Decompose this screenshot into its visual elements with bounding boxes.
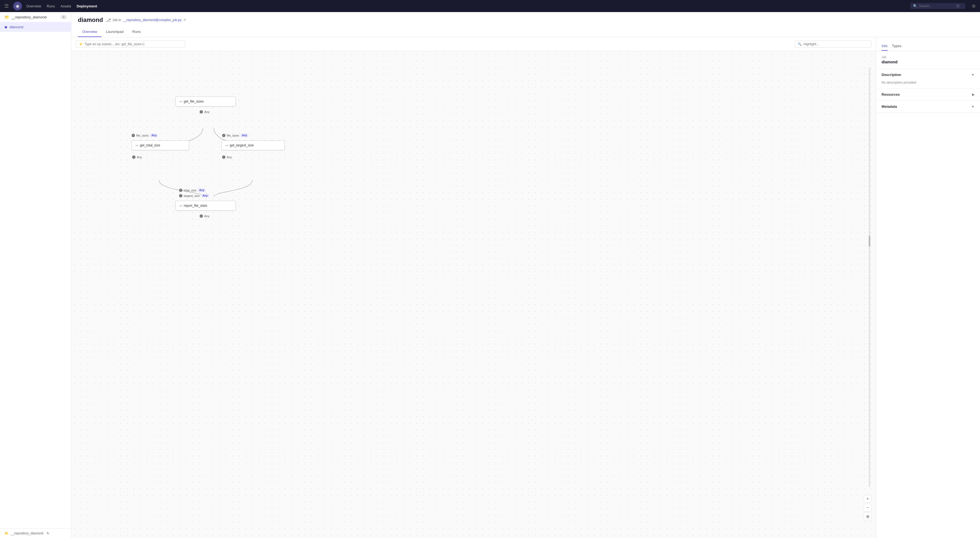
diamond-icon: ◆ xyxy=(5,25,7,29)
content-area: diamond ⎇ Job in __repository_diamond@co… xyxy=(71,12,980,538)
nav-deployment[interactable]: Deployment xyxy=(77,3,97,10)
sidebar-bottom-label: __repository_diamond xyxy=(11,532,43,535)
sidebar-item-repository-label: __repository_diamond xyxy=(11,15,47,19)
port-get-total-size-in: file_sizes Any xyxy=(132,134,158,137)
info-job-value: diamond xyxy=(881,60,975,64)
filter-icon: ⚡ xyxy=(79,42,83,46)
accordion-resources-label: Resources xyxy=(881,92,900,97)
scroll-track[interactable] xyxy=(869,68,870,487)
port-badge: Any xyxy=(150,134,158,137)
accordion-resources-header[interactable]: Resources ▶ xyxy=(876,89,980,100)
sidebar-item-repository-badge: 1 xyxy=(60,15,67,19)
top-nav: ☰ ◆ Overview Runs Assets Deployment 🔍 / … xyxy=(0,0,980,12)
port-label: Any xyxy=(137,156,142,159)
port-dot xyxy=(222,134,225,137)
op-icon: ↦ xyxy=(180,100,182,103)
tab-runs[interactable]: Runs xyxy=(128,27,145,37)
node-get-total-size[interactable]: ↦ get_total_size xyxy=(132,140,189,150)
node-get-largest-size[interactable]: ↦ get_largest_size xyxy=(221,140,285,150)
hamburger-icon[interactable]: ☰ xyxy=(5,3,9,9)
node-get-file-sizes[interactable]: ↦ get_file_sizes xyxy=(175,97,236,107)
highlight-filter[interactable]: 🔍 xyxy=(795,41,872,48)
port-get-total-size-out: Any xyxy=(132,156,142,159)
port-badge: Any xyxy=(240,134,248,137)
search-bar[interactable]: 🔍 / xyxy=(910,3,965,9)
chevron-down-icon-metadata: ▼ xyxy=(971,105,975,108)
zoom-center-button[interactable]: ⊕ xyxy=(864,513,872,520)
zoom-in-button[interactable]: + xyxy=(864,495,872,503)
port-label: largest_size xyxy=(184,194,200,197)
refresh-icon[interactable]: ↻ xyxy=(47,532,49,535)
port-report-file-stats-out: Any xyxy=(200,215,210,218)
accordion-description-header[interactable]: Description ▼ xyxy=(876,69,980,81)
job-info: ⎇ Job in __repository_diamond@complex_jo… xyxy=(106,18,186,23)
port-dot xyxy=(132,156,135,159)
nav-overview[interactable]: Overview xyxy=(26,3,41,10)
main-split: ⚡ 🔍 xyxy=(71,37,980,538)
sidebar: 📁 __repository_diamond 1 ◆ diamond 📁 __r… xyxy=(0,12,71,538)
port-report-total-size-in: total_size Any xyxy=(179,188,206,192)
port-dot xyxy=(179,194,182,197)
port-label: file_sizes xyxy=(227,134,239,137)
info-tab-info[interactable]: Info xyxy=(881,42,888,51)
port-badge: Any xyxy=(198,188,206,192)
description-text: No description provided xyxy=(881,81,916,84)
accordion-description-label: Description xyxy=(881,73,901,77)
node-label-get-file-sizes: get_file_sizes xyxy=(184,100,204,103)
port-dot xyxy=(132,134,135,137)
accordion-metadata-header[interactable]: Metadata ▼ xyxy=(876,100,980,112)
node-label-get-largest-size: get_largest_size xyxy=(230,143,254,147)
zoom-out-button[interactable]: − xyxy=(864,504,872,511)
port-dot xyxy=(222,156,225,159)
folder-icon-bottom: 📁 xyxy=(5,532,8,535)
highlight-input[interactable] xyxy=(803,42,869,46)
page-title-row: diamond ⎇ Job in __repository_diamond@co… xyxy=(78,16,974,24)
filter-bar: ⚡ 🔍 xyxy=(71,37,876,51)
info-job-section: Job diamond xyxy=(876,51,980,69)
tab-launchpad[interactable]: Launchpad xyxy=(102,27,128,37)
node-label-get-total-size: get_total_size xyxy=(140,143,160,147)
accordion-resources: Resources ▶ xyxy=(876,89,980,100)
settings-icon[interactable]: ⚙ xyxy=(972,3,975,9)
port-label: Any xyxy=(227,156,232,159)
main-layout: 📁 __repository_diamond 1 ◆ diamond 📁 __r… xyxy=(0,12,980,538)
accordion-description: Description ▼ No description provided xyxy=(876,69,980,89)
nav-links: Overview Runs Assets Deployment xyxy=(26,3,906,10)
chevron-down-icon: ▼ xyxy=(971,73,975,77)
job-text: Job in xyxy=(113,18,121,22)
port-label: Any xyxy=(204,110,210,113)
port-label: file_sizes xyxy=(136,134,149,137)
dag-connections xyxy=(71,51,876,536)
port-label: Any xyxy=(204,215,210,218)
info-tab-types[interactable]: Types xyxy=(892,42,902,51)
port-get-largest-size-out: Any xyxy=(222,156,232,159)
dag-canvas: ↦ get_file_sizes Any file_sizes Any xyxy=(71,51,876,536)
search-input[interactable] xyxy=(919,4,955,8)
sidebar-bottom[interactable]: 📁 __repository_diamond ↻ xyxy=(0,528,71,538)
sidebar-item-diamond-label: diamond xyxy=(10,25,23,29)
accordion-description-content: No description provided xyxy=(876,81,980,88)
op-subset-filter[interactable]: ⚡ xyxy=(76,41,185,48)
page-tabs: Overview Launchpad Runs xyxy=(78,27,974,37)
port-badge: Any xyxy=(201,194,209,197)
node-report-file-stats[interactable]: ↦ report_file_stats xyxy=(175,201,236,210)
scroll-thumb[interactable] xyxy=(869,236,870,247)
op-subset-input[interactable] xyxy=(84,42,182,46)
graph-area: ⚡ 🔍 xyxy=(71,37,876,538)
sidebar-item-repository[interactable]: 📁 __repository_diamond 1 xyxy=(0,12,71,22)
sidebar-item-diamond[interactable]: ◆ diamond xyxy=(0,22,71,32)
port-report-largest-size-in: largest_size Any xyxy=(179,194,209,197)
node-label-report-file-stats: report_file_stats xyxy=(184,204,207,208)
chevron-right-icon: ▶ xyxy=(972,93,975,97)
tab-overview[interactable]: Overview xyxy=(78,27,102,37)
op-icon: ↦ xyxy=(136,144,138,147)
job-link[interactable]: __repository_diamond@complex_job.py xyxy=(123,18,181,22)
folder-icon: 📁 xyxy=(5,15,9,19)
nav-runs[interactable]: Runs xyxy=(47,3,55,10)
external-link-icon[interactable]: ↗ xyxy=(183,18,186,22)
port-get-largest-size-in: file_sizes Any xyxy=(222,134,248,137)
search-icon: 🔍 xyxy=(913,4,917,8)
nav-assets[interactable]: Assets xyxy=(60,3,71,10)
info-job-label: Job xyxy=(881,56,975,59)
port-dot xyxy=(200,110,203,113)
